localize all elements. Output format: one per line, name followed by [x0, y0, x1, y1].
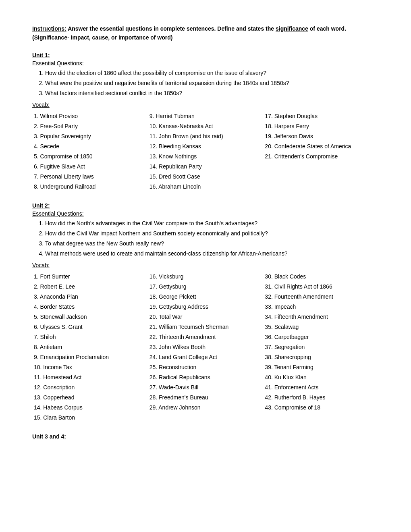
- unit2-vocab-col1: Fort Sumter Robert E. Lee Anaconda Plan …: [32, 272, 148, 424]
- vocab-item: John Brown (and his raid): [148, 132, 264, 141]
- unit1-vocab-label: Vocab:: [32, 102, 50, 108]
- vocab-item: Clara Barton: [32, 414, 148, 422]
- unit2-eq-item: What methods were used to create and mai…: [45, 249, 379, 258]
- vocab-item: Ku Klux Klan: [263, 373, 379, 382]
- unit1-section: Unit 1: Essential Questions: How did the…: [32, 52, 379, 193]
- unit2-vocab-columns: Fort Sumter Robert E. Lee Anaconda Plan …: [32, 272, 379, 424]
- vocab-item: Sharecropping: [263, 353, 379, 362]
- vocab-item: Compromise of 1850: [32, 152, 148, 161]
- vocab-item: Anaconda Plan: [32, 293, 148, 301]
- vocab-item: Impeach: [263, 303, 379, 311]
- vocab-item: William Tecumseh Sherman: [148, 323, 264, 331]
- unit2-eq-item: How did the North's advantages in the Ci…: [45, 219, 379, 228]
- vocab-item: Habeas Corpus: [32, 403, 148, 412]
- vocab-item: George Pickett: [148, 293, 264, 301]
- unit2-title: Unit 2:: [32, 202, 379, 209]
- vocab-item: Reconstruction: [148, 363, 264, 372]
- vocab-item: Know Nothings: [148, 152, 264, 161]
- vocab-item: Tenant Farming: [263, 363, 379, 372]
- unit2-vocab-list3: Black Codes Civil Rights Act of 1866 Fou…: [263, 272, 379, 412]
- vocab-item: Fourteenth Amendment: [263, 293, 379, 301]
- vocab-item: Harpers Ferry: [263, 122, 379, 131]
- vocab-item: Segregation: [263, 343, 379, 351]
- unit1-eq-item: What were the positive and negative bene…: [45, 79, 379, 87]
- vocab-item: Wade-Davis Bill: [148, 383, 264, 392]
- vocab-item: Jefferson Davis: [263, 132, 379, 141]
- vocab-item: Conscription: [32, 383, 148, 392]
- unit1-title: Unit 1:: [32, 52, 379, 58]
- vocab-item: Civil Rights Act of 1866: [263, 283, 379, 291]
- vocab-item: Freedmen's Bureau: [148, 393, 264, 402]
- unit3and4-title: Unit 3 and 4:: [32, 433, 379, 440]
- unit3and4-section: Unit 3 and 4:: [32, 433, 379, 440]
- vocab-item: Fort Sumter: [32, 272, 148, 281]
- vocab-item: Stephen Douglas: [263, 112, 379, 121]
- vocab-item: Antietam: [32, 343, 148, 351]
- unit2-eq-item: To what degree was the New South really …: [45, 239, 379, 248]
- vocab-item: Crittenden's Compromise: [263, 152, 379, 161]
- unit1-vocab-col3: Stephen Douglas Harpers Ferry Jefferson …: [263, 112, 379, 193]
- vocab-item: Black Codes: [263, 272, 379, 281]
- unit1-eq-item: How did the election of 1860 affect the …: [45, 69, 379, 77]
- unit2-vocab-list2: Vicksburg Gettysburg George Pickett Gett…: [148, 272, 264, 412]
- vocab-item: Bleeding Kansas: [148, 142, 264, 151]
- instructions-label: Instructions:: [32, 25, 66, 32]
- unit1-vocab-list3: Stephen Douglas Harpers Ferry Jefferson …: [263, 112, 379, 161]
- vocab-item: Scalawag: [263, 323, 379, 331]
- unit1-vocab-columns: Wilmot Proviso Free-Soil Party Popular S…: [32, 112, 379, 193]
- unit1-eq-list: How did the election of 1860 affect the …: [45, 69, 379, 98]
- unit1-vocab-list1: Wilmot Proviso Free-Soil Party Popular S…: [32, 112, 148, 191]
- unit2-vocab-list1: Fort Sumter Robert E. Lee Anaconda Plan …: [32, 272, 148, 422]
- vocab-item: Land Grant College Act: [148, 353, 264, 362]
- vocab-item: Underground Railroad: [32, 183, 148, 191]
- unit2-vocab-col3: Black Codes Civil Rights Act of 1866 Fou…: [263, 272, 379, 424]
- vocab-item: Dred Scott Case: [148, 172, 264, 181]
- vocab-item: Fifteenth Amendment: [263, 313, 379, 321]
- vocab-item: Ulysses S. Grant: [32, 323, 148, 331]
- vocab-item: Confederate States of America: [263, 142, 379, 151]
- vocab-item: Free-Soil Party: [32, 122, 148, 131]
- vocab-item: Homestead Act: [32, 373, 148, 382]
- vocab-item: Rutherford B. Hayes: [263, 393, 379, 402]
- unit2-section: Unit 2: Essential Questions: How did the…: [32, 202, 379, 424]
- vocab-item: Radical Republicans: [148, 373, 264, 382]
- vocab-item: Thirteenth Amendment: [148, 333, 264, 341]
- unit1-vocab-list2: Harriet Tubman Kansas-Nebraska Act John …: [148, 112, 264, 191]
- vocab-item: Vicksburg: [148, 272, 264, 281]
- vocab-item: Emancipation Proclamation: [32, 353, 148, 362]
- unit2-vocab-col2: Vicksburg Gettysburg George Pickett Gett…: [148, 272, 264, 424]
- vocab-item: John Wilkes Booth: [148, 343, 264, 351]
- vocab-item: Stonewall Jackson: [32, 313, 148, 321]
- vocab-item: Andrew Johnson: [148, 403, 264, 412]
- vocab-item: Fugitive Slave Act: [32, 162, 148, 171]
- unit2-eq-item: How did the Civil War impact Northern an…: [45, 229, 379, 238]
- vocab-item: Abraham Lincoln: [148, 183, 264, 191]
- vocab-item: Border States: [32, 303, 148, 311]
- vocab-item: Wilmot Proviso: [32, 112, 148, 121]
- instructions-block: Instructions: Answer the essential quest…: [32, 24, 379, 42]
- vocab-item: Shiloh: [32, 333, 148, 341]
- vocab-item: Copperhead: [32, 393, 148, 402]
- vocab-item: Kansas-Nebraska Act: [148, 122, 264, 131]
- vocab-item: Gettysburg: [148, 283, 264, 291]
- vocab-item: Popular Sovereignty: [32, 132, 148, 141]
- unit1-vocab-col1: Wilmot Proviso Free-Soil Party Popular S…: [32, 112, 148, 193]
- vocab-item: Gettysburg Address: [148, 303, 264, 311]
- unit1-eq-item: What factors intensified sectional confl…: [45, 89, 379, 98]
- vocab-item: Personal Liberty laws: [32, 172, 148, 181]
- unit2-eq-label: Essential Questions:: [32, 210, 379, 217]
- unit1-eq-label: Essential Questions:: [32, 60, 379, 66]
- vocab-item: Enforcement Acts: [263, 383, 379, 392]
- unit2-vocab-label: Vocab:: [32, 262, 50, 268]
- instructions-significance: significance: [276, 25, 308, 32]
- instructions-text1: Answer the essential questions in comple…: [66, 25, 276, 32]
- vocab-item: Compromise of 18: [263, 403, 379, 412]
- vocab-item: Republican Party: [148, 162, 264, 171]
- unit2-eq-list: How did the North's advantages in the Ci…: [45, 219, 379, 258]
- vocab-item: Total War: [148, 313, 264, 321]
- vocab-item: Carpetbagger: [263, 333, 379, 341]
- vocab-item: Harriet Tubman: [148, 112, 264, 121]
- vocab-item: Secede: [32, 142, 148, 151]
- unit1-vocab-col2: Harriet Tubman Kansas-Nebraska Act John …: [148, 112, 264, 193]
- vocab-item: Robert E. Lee: [32, 283, 148, 291]
